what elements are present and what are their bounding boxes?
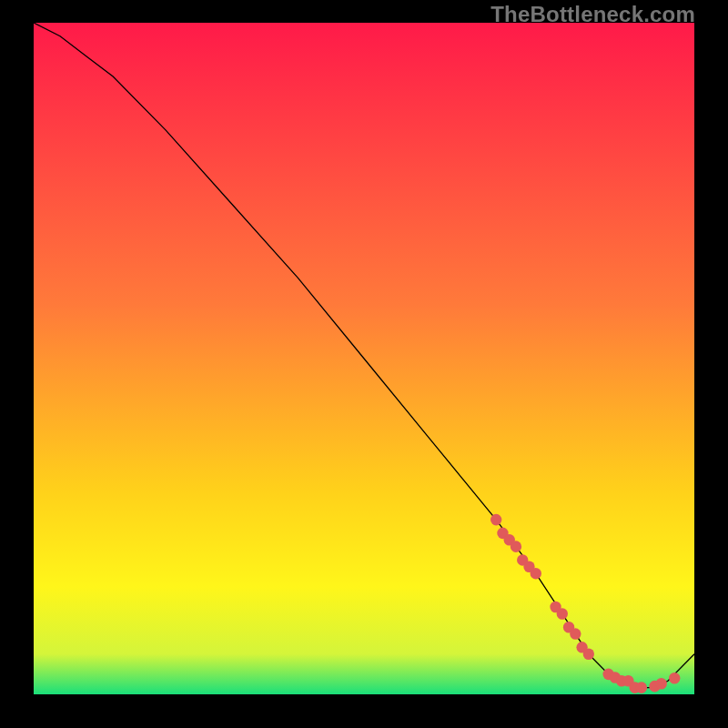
curve-point: [557, 608, 568, 620]
chart-svg: [34, 23, 694, 694]
curve-point: [531, 568, 541, 580]
watermark-text: TheBottleneck.com: [490, 2, 695, 27]
chart-plot: [34, 23, 694, 694]
curve-point: [570, 628, 581, 640]
chart-stage: TheBottleneck.com: [0, 0, 728, 728]
curve-point: [636, 682, 647, 693]
curve-point: [669, 672, 680, 684]
curve-point: [656, 678, 667, 690]
curve-point: [583, 648, 594, 660]
curve-point: [511, 541, 521, 552]
curve-point: [490, 514, 501, 526]
